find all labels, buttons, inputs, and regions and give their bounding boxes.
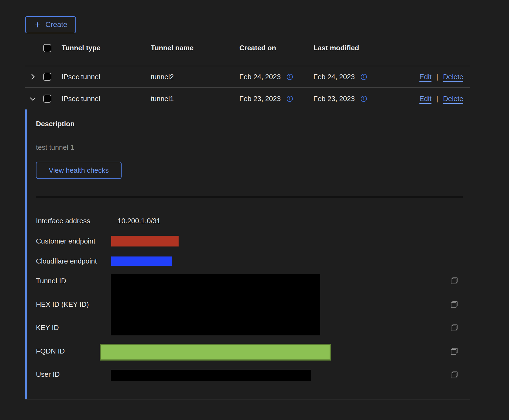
copy-icon — [450, 323, 459, 332]
table-row: IPsec tunnel tunnel1 Feb 23, 2023 Feb 23… — [25, 88, 470, 109]
created-on-value: Feb 23, 2023 — [239, 95, 281, 103]
copy-user-id-button[interactable] — [450, 370, 459, 379]
row-checkbox[interactable] — [43, 73, 51, 81]
copy-icon — [450, 300, 459, 309]
cloudflare-endpoint-redacted-value — [111, 256, 172, 266]
copy-icon — [450, 347, 459, 356]
tunnel-name-cell: tunnel1 — [151, 95, 239, 103]
info-icon[interactable] — [360, 73, 367, 81]
detail-divider — [36, 197, 463, 197]
user-id-redacted-value — [111, 370, 311, 381]
header-created-on: Created on — [239, 44, 313, 52]
info-icon[interactable] — [286, 73, 293, 81]
created-on-cell: Feb 24, 2023 — [239, 73, 313, 81]
delete-link[interactable]: Delete — [443, 95, 463, 103]
copy-icon — [450, 276, 459, 285]
ids-redacted-value — [111, 274, 320, 335]
edit-link[interactable]: Edit — [419, 95, 431, 103]
tunnels-page: Create Tunnel type Tunnel name Created o… — [0, 0, 509, 420]
created-on-cell: Feb 23, 2023 — [239, 95, 313, 103]
cloudflare-endpoint-label: Cloudflare endpoint — [36, 257, 97, 265]
tunnel-detail-panel: Description test tunnel 1 View health ch… — [25, 109, 470, 399]
plus-icon — [34, 21, 41, 29]
expand-toggle[interactable] — [25, 73, 39, 81]
copy-icon — [450, 370, 459, 379]
create-button-label: Create — [45, 21, 67, 29]
fqdn-id-redacted-value — [100, 344, 331, 361]
header-last-modified: Last modified — [313, 44, 394, 52]
select-all-checkbox[interactable] — [43, 44, 51, 52]
last-modified-cell: Feb 23, 2023 — [313, 95, 394, 103]
info-icon[interactable] — [286, 95, 293, 102]
tunnel-type-cell: IPsec tunnel — [62, 95, 151, 103]
expanded-row-indicator — [25, 109, 27, 399]
fqdn-id-label: FQDN ID — [36, 347, 65, 355]
copy-fqdn-id-button[interactable] — [450, 347, 459, 356]
row-checkbox-cell — [39, 73, 62, 81]
copy-hex-id-button[interactable] — [450, 300, 459, 309]
interface-address-value: 10.200.1.0/31 — [118, 217, 160, 225]
actions-separator: | — [436, 95, 438, 103]
tunnel-type-cell: IPsec tunnel — [62, 73, 151, 81]
tunnel-id-label: Tunnel ID — [36, 277, 66, 285]
customer-endpoint-redacted-value — [111, 236, 179, 246]
key-id-label: KEY ID — [36, 324, 59, 332]
hex-id-label: HEX ID (KEY ID) — [36, 300, 89, 309]
delete-link[interactable]: Delete — [443, 73, 463, 81]
chevron-down-icon — [29, 95, 37, 103]
view-health-checks-label: View health checks — [49, 166, 109, 175]
last-modified-value: Feb 23, 2023 — [313, 95, 355, 103]
table-row: IPsec tunnel tunnel2 Feb 24, 2023 Feb 24… — [25, 66, 470, 88]
info-icon[interactable] — [360, 95, 367, 102]
copy-tunnel-id-button[interactable] — [450, 276, 459, 285]
row-actions: Edit | Delete — [419, 73, 470, 81]
header-checkbox-cell — [39, 44, 62, 52]
description-label: Description — [36, 120, 75, 128]
copy-key-id-button[interactable] — [450, 323, 459, 332]
row-checkbox[interactable] — [43, 95, 51, 103]
user-id-label: User ID — [36, 370, 60, 379]
header-tunnel-type: Tunnel type — [62, 44, 151, 52]
actions-separator: | — [436, 73, 438, 81]
chevron-right-icon — [29, 73, 37, 81]
edit-link[interactable]: Edit — [419, 73, 431, 81]
tunnels-table: Tunnel type Tunnel name Created on Last … — [25, 30, 470, 109]
description-text: test tunnel 1 — [36, 143, 74, 152]
row-actions: Edit | Delete — [419, 95, 470, 103]
interface-address-label: Interface address — [36, 217, 90, 225]
created-on-value: Feb 24, 2023 — [239, 73, 281, 81]
header-tunnel-name: Tunnel name — [151, 44, 239, 52]
tunnel-name-cell: tunnel2 — [151, 73, 239, 81]
customer-endpoint-label: Customer endpoint — [36, 237, 95, 245]
collapse-toggle[interactable] — [25, 95, 39, 103]
last-modified-value: Feb 24, 2023 — [313, 73, 355, 81]
view-health-checks-button[interactable]: View health checks — [36, 162, 122, 179]
last-modified-cell: Feb 24, 2023 — [313, 73, 394, 81]
row-checkbox-cell — [39, 95, 62, 103]
table-header-row: Tunnel type Tunnel name Created on Last … — [25, 30, 470, 66]
